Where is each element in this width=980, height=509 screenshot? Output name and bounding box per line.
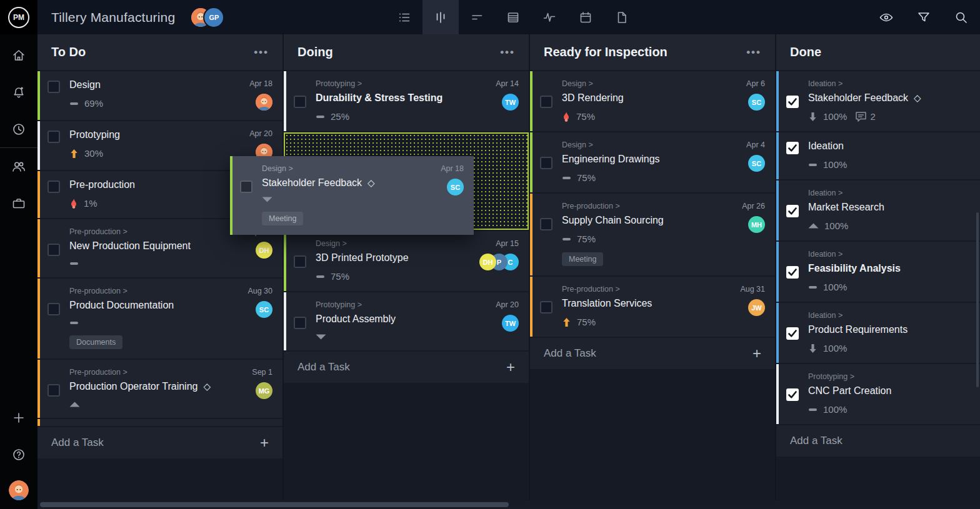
task-card[interactable]: Design69%Apr 18 (38, 71, 282, 120)
task-title-row: Design (69, 79, 243, 91)
sidebar-item-projects[interactable] (0, 185, 38, 222)
add-task-button[interactable]: Add a Task+ (530, 338, 775, 369)
task-meta: 100%2 (808, 111, 980, 122)
task-card[interactable]: Pre-production >Supply Chain Sourcing75%… (530, 194, 775, 275)
task-meta (262, 195, 434, 204)
topbar-actions (879, 0, 969, 34)
priority-dash-icon (808, 283, 818, 292)
task-checkbox[interactable] (786, 388, 799, 401)
sidebar-item-notifications[interactable] (0, 74, 38, 111)
project-title: Tillery Manufacturing (51, 10, 175, 25)
task-title-row: Durability & Stress Testing (316, 92, 489, 104)
task-title-row: 3D Rendering (562, 92, 740, 104)
task-card[interactable]: Ideation >Market Research100%TodayGP (776, 180, 980, 240)
task-assignees: SC (256, 301, 272, 318)
priority-dash-icon (316, 112, 325, 121)
recent-icon (11, 122, 26, 137)
task-checkbox[interactable] (786, 142, 799, 154)
user-avatar[interactable] (9, 480, 29, 500)
task-tag: Documents (69, 335, 122, 349)
column-title: Doing (298, 45, 500, 59)
task-checkbox[interactable] (540, 96, 552, 108)
task-card[interactable]: Pre-production >Translation Services75%A… (530, 277, 775, 337)
column-menu-button[interactable]: ••• (500, 46, 515, 59)
column-header-ready-for-inspection: Ready for Inspection••• (530, 34, 775, 70)
task-checkbox[interactable] (48, 81, 60, 93)
task-card[interactable]: Design >3D Rendering75%Apr 6SC (530, 71, 775, 131)
task-checkbox[interactable] (786, 205, 799, 217)
task-checkbox[interactable] (786, 266, 799, 279)
task-checkbox[interactable] (294, 96, 306, 108)
task-checkbox[interactable] (786, 96, 799, 108)
task-card[interactable]: Prototyping >CNC Part Creation100% (776, 364, 980, 424)
tab-sheet-view[interactable] (495, 0, 531, 34)
tab-files-view[interactable] (604, 0, 640, 34)
add-task-button[interactable]: Add a Task+ (776, 425, 980, 457)
task-card[interactable]: Design >3D Printed Prototype75%Apr 15DHP… (284, 231, 529, 291)
task-checkbox[interactable] (294, 317, 306, 329)
task-checkbox[interactable] (540, 157, 552, 169)
task-card[interactable]: Pre-production >Production Operator Trai… (38, 360, 282, 418)
add-task-button[interactable]: Add a Task+ (284, 352, 529, 383)
task-checkbox[interactable] (294, 255, 306, 268)
calendar-view-icon (579, 11, 592, 24)
task-checkbox[interactable] (786, 327, 799, 340)
task-card-right: Aug 31JW (740, 285, 765, 316)
task-card[interactable]: Ideation >Product Requirements100% (776, 303, 980, 363)
horizontal-scrollbar-thumb[interactable] (40, 502, 509, 507)
sidebar-item-add[interactable] (0, 399, 38, 436)
task-checkbox[interactable] (48, 180, 60, 193)
task-card[interactable]: Design >Engineering Drawings75%Apr 4SC (530, 132, 775, 192)
task-title: CNC Part Creation (808, 385, 891, 397)
dragged-card[interactable]: Design >Stakeholder Feedback◇MeetingApr … (230, 156, 474, 235)
task-card[interactable]: Ideation >Feasibility Analysis100% (776, 242, 980, 302)
tab-list-view[interactable] (386, 0, 422, 34)
task-due-date: Apr 4 (746, 141, 765, 149)
task-card[interactable]: Design >Stakeholder Feedback◇MeetingApr … (230, 156, 474, 235)
tab-gantt-view[interactable] (459, 0, 495, 34)
column-menu-button[interactable]: ••• (746, 46, 761, 59)
project-member-avatars[interactable]: GP (191, 8, 223, 27)
task-due-date: Apr 15 (496, 239, 519, 248)
task-meta: 69% (69, 98, 243, 109)
task-checkbox[interactable] (48, 244, 60, 256)
tab-activity-view[interactable] (531, 0, 568, 34)
task-card[interactable] (38, 419, 282, 426)
task-checkbox[interactable] (540, 218, 552, 230)
task-checkbox[interactable] (48, 303, 60, 315)
vertical-scrollbar-thumb[interactable] (976, 212, 979, 387)
task-card[interactable]: Prototyping >Durability & Stress Testing… (284, 71, 529, 131)
task-checkbox[interactable] (540, 301, 552, 314)
sidebar-item-help[interactable] (0, 436, 38, 473)
task-card-right: Aug 30SC (248, 287, 272, 318)
priority-arrow-down-icon (808, 344, 818, 353)
search-button[interactable] (954, 10, 969, 25)
task-checkbox[interactable] (48, 131, 60, 143)
task-card[interactable]: Pre-production >Product DocumentationDoc… (38, 279, 282, 358)
task-checkbox[interactable] (48, 384, 60, 397)
sidebar-item-home[interactable] (0, 37, 38, 74)
app-logo[interactable]: PM (0, 0, 38, 34)
task-card[interactable]: Ideation >Stakeholder Feedback◇100%2 (776, 71, 980, 131)
filter-button[interactable] (916, 10, 931, 25)
task-breadcrumb: Ideation > (808, 189, 980, 197)
tab-board-view[interactable] (422, 0, 459, 34)
priority-dash-icon (69, 99, 79, 108)
task-breadcrumb: Pre-production > (562, 285, 734, 294)
task-due-date: Apr 6 (746, 79, 765, 88)
avatar: MG (256, 382, 272, 399)
visibility-button[interactable] (879, 10, 894, 25)
task-title-row: Stakeholder Feedback◇ (808, 92, 980, 104)
task-card[interactable]: Ideation100% (776, 132, 980, 179)
add-task-button[interactable]: Add a Task+ (38, 427, 282, 458)
task-checkbox[interactable] (240, 180, 252, 193)
gantt-view-icon (470, 11, 484, 24)
task-card[interactable]: Prototyping >Product AssemblyApr 20TW (284, 292, 529, 350)
tab-calendar-view[interactable] (568, 0, 604, 34)
task-card-content: Prototyping30% (69, 129, 243, 159)
sidebar-item-recent[interactable] (0, 111, 38, 147)
sidebar-item-team[interactable] (0, 148, 38, 185)
task-due-date: Apr 20 (249, 129, 272, 138)
column-menu-button[interactable]: ••• (254, 46, 269, 59)
task-meta: 100% (808, 282, 980, 292)
